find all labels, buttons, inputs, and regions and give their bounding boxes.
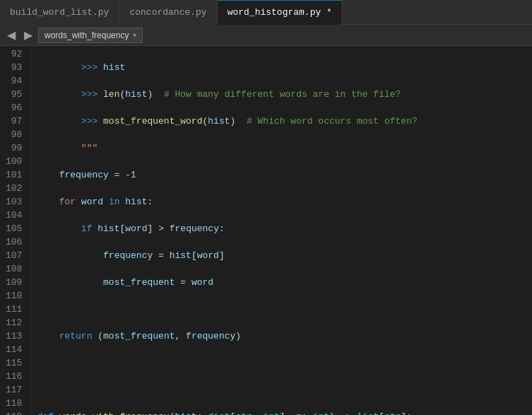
chevron-down-icon: ▾ (133, 31, 136, 39)
tab-word-histogram[interactable]: word_histogram.py * (218, 0, 343, 25)
toolbar: ◀ ▶ words_with_frequency ▾ (0, 25, 532, 46)
dropdown-label: words_with_frequency (45, 30, 129, 40)
code-line-102: return (most_frequent, frequency) (37, 329, 532, 343)
function-dropdown[interactable]: words_with_frequency ▾ (38, 28, 143, 43)
code-line-101 (37, 303, 532, 316)
code-line-98: if hist[word] > frequency: (37, 222, 532, 235)
tab-build-word-list[interactable]: build_word_list.py (0, 0, 119, 25)
forward-button[interactable]: ▶ (21, 28, 35, 42)
tab-bar: build_word_list.py concordance.py word_h… (0, 0, 532, 25)
code-line-103 (37, 356, 532, 370)
back-button[interactable]: ◀ (4, 28, 18, 42)
code-line-96: frequency = -1 (37, 168, 532, 182)
code-line-95: """ (37, 141, 532, 155)
code-line-99: frequency = hist[word] (37, 249, 532, 262)
code-line-105: def words_with_frequency(hist: dict[str,… (37, 410, 532, 415)
code-line-93: >>> len(hist) # How many different words… (37, 88, 532, 101)
code-area: 92 93 94 95 96 97 98 99 100 101 102 103 … (0, 46, 532, 415)
line-numbers: 92 93 94 95 96 97 98 99 100 101 102 103 … (0, 46, 31, 415)
code-line-92: >>> hist (37, 61, 532, 74)
tab-concordance[interactable]: concordance.py (119, 0, 217, 25)
code-line-100: most_frequent = word (37, 276, 532, 289)
code-line-94: >>> most_frequent_word(hist) # Which wor… (37, 115, 532, 128)
code-content: >>> hist >>> len(hist) # How many differ… (31, 46, 532, 415)
code-line-97: for word in hist: (37, 195, 532, 209)
code-line-104 (37, 383, 532, 397)
